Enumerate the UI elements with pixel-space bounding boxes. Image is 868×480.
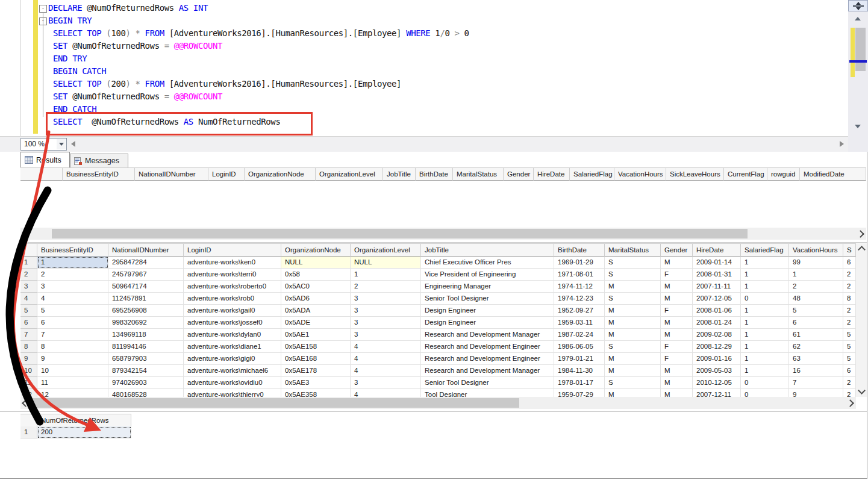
column-header[interactable]: BusinessEntityID [37, 243, 108, 257]
column-header[interactable]: MaritalStatus [453, 167, 504, 181]
grid-cell[interactable]: adventure-works\ken0 [184, 257, 281, 269]
grid-cell[interactable]: 0x5AE358 [281, 389, 351, 397]
grid-cell[interactable]: 2009-05-03 [693, 365, 741, 377]
grid-cell[interactable]: 0x5ADE [281, 317, 351, 329]
column-header[interactable]: OrganizationLevel [351, 243, 421, 257]
column-header[interactable]: ModifiedDate [800, 167, 866, 181]
column-header[interactable]: MaritalStatus [605, 243, 661, 257]
grid-cell[interactable]: 12 [37, 389, 108, 397]
scrollbar-thumb[interactable] [855, 28, 866, 71]
result-grid-top-header[interactable]: BusinessEntityIDNationalIDNumberLoginIDO… [20, 167, 866, 181]
column-header[interactable]: rowguid [767, 167, 800, 181]
scroll-left-button[interactable] [22, 229, 31, 238]
result-grid-clipped-row[interactable]: 1212480168528adventure-works\thierry00x5… [20, 389, 856, 397]
column-header[interactable]: NationalIDNumber [108, 243, 184, 257]
code-line[interactable]: SELECT TOP (200) * FROM [AdventureWorks2… [48, 78, 843, 90]
grid-cell[interactable]: F [661, 341, 693, 353]
grid-cell[interactable]: 9 [789, 389, 843, 397]
grid-cell[interactable]: 4 [351, 389, 421, 397]
grid-cell[interactable]: adventure-works\gail0 [184, 305, 281, 317]
grid-cell[interactable]: M [605, 329, 661, 341]
sql-editor-pane[interactable]: - - DECLARE @NumOfReturnedRows AS INTBEG… [0, 0, 868, 136]
grid-cell[interactable]: 695256908 [108, 305, 184, 317]
row-header[interactable]: 4 [20, 293, 37, 305]
column-header[interactable]: OrganizationLevel [316, 167, 383, 181]
scroll-up-button[interactable] [852, 14, 864, 23]
scroll-down-button[interactable] [852, 122, 864, 131]
grid-cell[interactable]: Vice President of Engineering [421, 269, 554, 281]
grid-cell[interactable]: 7 [37, 329, 108, 341]
grid-cell[interactable]: NULL [281, 257, 351, 269]
result-grid-top-body[interactable] [20, 181, 866, 228]
grid-cell[interactable]: 0x5AE3 [281, 377, 351, 389]
grid-cell[interactable]: M [605, 353, 661, 365]
result-grid-main-rows[interactable]: 11295847284adventure-works\ken0NULLNULLC… [20, 257, 856, 389]
grid-cell[interactable]: 1978-01-17 [554, 377, 605, 389]
grid-cell[interactable]: 2 [843, 389, 856, 397]
row-header[interactable]: 9 [20, 353, 37, 365]
grid-cell[interactable]: NULL [351, 257, 421, 269]
grid-cell[interactable]: 2 [843, 317, 856, 329]
grid-cell[interactable]: 4 [37, 293, 108, 305]
row-header[interactable]: 10 [20, 365, 37, 377]
grid-cell[interactable]: 0 [741, 389, 789, 397]
column-header[interactable]: Gender [661, 243, 693, 257]
chevron-down-icon[interactable] [57, 139, 66, 149]
grid-cell[interactable]: 8 [843, 293, 856, 305]
grid-cell[interactable]: 295847284 [108, 257, 184, 269]
grid-cell[interactable]: 2 [843, 269, 856, 281]
grid-cell[interactable]: 8 [37, 341, 108, 353]
grid-cell[interactable]: 3 [37, 281, 108, 293]
table-row[interactable]: 1200 [20, 426, 131, 438]
row-header[interactable]: 11 [20, 377, 37, 389]
scroll-down-button[interactable] [857, 385, 866, 395]
grid-cell[interactable]: 0x5AD6 [281, 293, 351, 305]
sql-code-text[interactable]: DECLARE @NumOfReturnedRows AS INTBEGIN T… [48, 2, 843, 128]
result-grid-bottom-rows[interactable]: 1200 [20, 426, 131, 438]
grid-cell[interactable]: 2 [351, 281, 421, 293]
grid-cell[interactable]: M [605, 389, 661, 397]
grid-cell[interactable]: 48 [789, 293, 843, 305]
grid-cell[interactable]: 1 [351, 269, 421, 281]
grid-cell[interactable]: adventure-works\diane1 [184, 341, 281, 353]
grid-cell[interactable]: 1986-06-05 [554, 341, 605, 353]
scroll-left-button[interactable] [20, 398, 30, 408]
grid-cell[interactable]: S [605, 377, 661, 389]
column-header[interactable]: BusinessEntityID [63, 167, 135, 181]
grid-cell[interactable]: Research and Development Manager [421, 365, 554, 377]
grid-cell[interactable]: 1979-01-21 [554, 353, 605, 365]
grid-cell[interactable]: 6 [843, 365, 856, 377]
grid-cell[interactable]: 5 [37, 305, 108, 317]
grid-cell[interactable]: 1 [741, 365, 789, 377]
code-line[interactable]: BEGIN CATCH [48, 65, 843, 78]
code-line[interactable]: SET @NumOfReturnedRows = @@ROWCOUNT [48, 40, 843, 52]
code-line[interactable]: SET @NumOfReturnedRows = @@ROWCOUNT [48, 90, 843, 103]
code-line[interactable]: DECLARE @NumOfReturnedRows AS INT [48, 2, 843, 14]
result-grid-bottom-header[interactable]: NumOfReturnedRows [20, 414, 131, 426]
grid-cell[interactable]: 11 [37, 377, 108, 389]
grid-cell[interactable]: 1971-08-01 [554, 269, 605, 281]
column-header[interactable]: HireDate [693, 243, 741, 257]
row-header[interactable]: 1 [20, 257, 37, 269]
column-header[interactable]: OrganizationNode [245, 167, 316, 181]
row-header[interactable]: 1 [20, 426, 37, 438]
column-header[interactable]: LoginID [208, 167, 245, 181]
column-header[interactable]: JobTitle [421, 243, 554, 257]
column-header[interactable]: HireDate [534, 167, 570, 181]
code-line[interactable]: SELECT @NumOfReturnedRows AS NumOfReturn… [48, 116, 843, 128]
grid-cell[interactable]: adventure-works\roberto0 [184, 281, 281, 293]
scroll-right-button[interactable] [855, 229, 865, 238]
grid-cell[interactable]: 62 [789, 341, 843, 353]
table-row[interactable]: 66998320692adventure-works\jossef00x5ADE… [20, 317, 856, 329]
grid-cell[interactable]: 4 [351, 341, 421, 353]
grid-cell[interactable]: S [605, 269, 661, 281]
grid-cell[interactable]: 1 [741, 341, 789, 353]
grid-cell[interactable]: Tool Designer [421, 389, 554, 397]
grid-cell[interactable]: 112457891 [108, 293, 184, 305]
grid-cell[interactable]: 0x5AE168 [281, 353, 351, 365]
row-header-stub[interactable] [20, 414, 37, 426]
grid-cell[interactable]: S [605, 293, 661, 305]
grid-cell[interactable]: Research and Development Engineer [421, 353, 554, 365]
column-header[interactable]: SalariedFlag [741, 243, 789, 257]
grid-cell[interactable]: 5 [843, 329, 856, 341]
